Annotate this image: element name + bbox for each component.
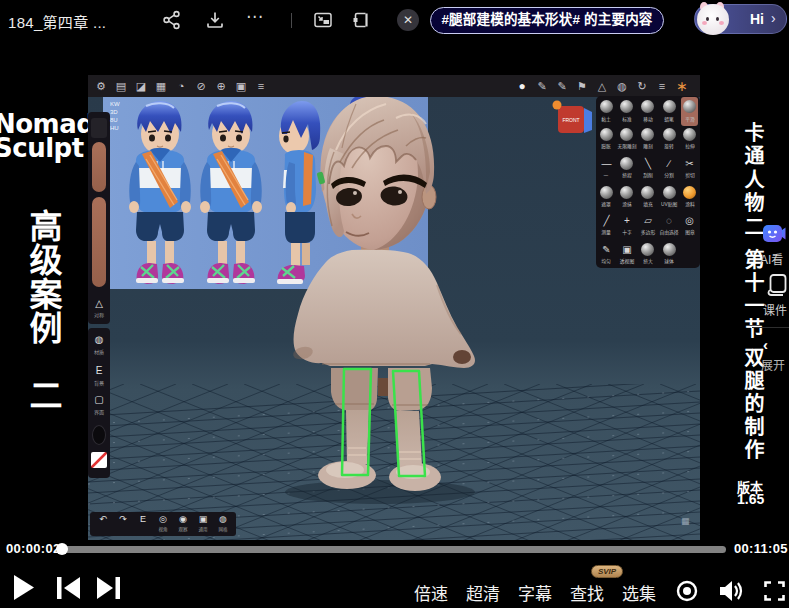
brush-cell-4-1[interactable]: +十字 <box>615 211 639 240</box>
brush-cell-5-1[interactable]: ▣透视图 <box>615 240 639 269</box>
redo-icon[interactable]: ↷ <box>114 514 132 525</box>
tool-sliders-icon[interactable]: ≡ <box>652 75 672 97</box>
prev-button[interactable] <box>57 577 80 599</box>
pip-icon[interactable] <box>313 10 333 30</box>
left-vertical-sub: 二 <box>19 378 67 411</box>
observe-icon[interactable]: ◉观察 <box>174 514 192 532</box>
player-menu-4[interactable]: 选集 <box>622 580 656 605</box>
brush-cell-0-0[interactable]: 黏土 <box>598 97 615 126</box>
right-divider <box>752 327 789 328</box>
tool-grid-icon[interactable]: ▦ <box>151 75 171 97</box>
intensity-slider[interactable] <box>92 197 106 287</box>
assistant-avatar[interactable] <box>695 1 731 37</box>
tool-project-icon[interactable]: ▤ <box>111 75 131 97</box>
version-value: 1.65 <box>737 491 764 507</box>
tool-ui-icon[interactable]: ≡ <box>251 75 271 97</box>
brush-cell-5-3[interactable]: 球体 <box>657 240 681 269</box>
background-icon[interactable]: E <box>88 365 110 376</box>
tool-pen2-icon[interactable]: ✎ <box>552 75 572 97</box>
general-icon[interactable]: ▣通用 <box>194 514 212 532</box>
brush-cell-0-1[interactable]: 标准 <box>615 97 639 126</box>
player-menu-2[interactable]: 字幕 <box>518 580 552 605</box>
download-icon[interactable] <box>205 10 225 30</box>
interface-icon[interactable]: ▢ <box>88 394 110 405</box>
brush-cell-0-3[interactable]: 蜡笔 <box>657 97 681 126</box>
player-menu-1[interactable]: 超清 <box>466 580 500 605</box>
brush-cell-1-2[interactable]: 雕刻 <box>639 126 657 155</box>
tool-globe-icon[interactable]: ◍ <box>612 75 632 97</box>
courseware-label[interactable]: 课件 <box>763 301 787 318</box>
brush-label: 均匀 <box>602 258 612 265</box>
more-menu-icon[interactable]: ⋯ <box>246 6 264 27</box>
tool-web-icon[interactable]: ⊕ <box>211 75 231 97</box>
video-viewport[interactable]: ⚙▤◪▦◔⊘⊕▣≡ ●✎✎⚑△◍↻≡∗ <box>88 75 700 540</box>
brush-cell-1-4[interactable]: 拉伸 <box>681 126 698 155</box>
mesh-icon[interactable]: ◍网格 <box>214 514 232 532</box>
brush-cell-1-1[interactable]: 无限雕刻 <box>615 126 639 155</box>
courseware-icon[interactable] <box>766 273 788 297</box>
symmetry-icon[interactable]: △ <box>88 298 110 309</box>
progress-track[interactable] <box>62 546 726 553</box>
progress-knob[interactable] <box>56 543 68 555</box>
brush-cell-3-3[interactable]: UV贴图 <box>657 183 681 212</box>
view-icon[interactable]: ◎视角 <box>154 514 172 532</box>
ai-watch-icon[interactable] <box>762 222 786 246</box>
material-icon[interactable]: ◍ <box>88 334 110 345</box>
next-button[interactable] <box>97 577 120 599</box>
viewport-corner-icon[interactable]: ▦ <box>681 516 690 526</box>
tool-image-icon[interactable]: ▣ <box>231 75 251 97</box>
brush-cell-0-4[interactable]: 平滑 <box>681 97 698 126</box>
tool-layers-icon[interactable]: ◪ <box>131 75 151 97</box>
brush-cell-4-3[interactable]: ◌自由选择 <box>657 211 681 240</box>
tool-sphere-icon[interactable]: ● <box>512 75 532 97</box>
expand-label[interactable]: 展开 <box>761 356 785 373</box>
color-ball[interactable] <box>92 425 106 445</box>
brush-cell-0-2[interactable]: 移动 <box>639 97 657 126</box>
tool-matcap-icon[interactable]: ⊘ <box>191 75 211 97</box>
svip-badge: SVIP <box>591 565 623 578</box>
brush-cell-2-4[interactable]: ✂剪切 <box>681 154 698 183</box>
fullscreen-icon[interactable] <box>764 581 785 601</box>
brush-cell-2-1[interactable]: 挤捏 <box>615 154 639 183</box>
brush-cell-4-4[interactable]: ◎图章 <box>681 211 698 240</box>
brush-icon <box>663 186 676 199</box>
brush-cell-3-2[interactable]: 填充 <box>639 183 657 212</box>
ai-watch-label[interactable]: AI看 <box>760 250 783 267</box>
player-menu-3[interactable]: 查找 <box>570 580 604 605</box>
brush-icon: ∕ <box>663 157 676 170</box>
brush-cell-5-2[interactable]: 挤大 <box>639 240 657 269</box>
brush-cell-5-0[interactable]: ✎均匀 <box>598 240 615 269</box>
brush-cell-1-3[interactable]: 旋转 <box>657 126 681 155</box>
share-icon[interactable] <box>162 10 182 30</box>
undo-icon[interactable]: ↶ <box>94 514 112 525</box>
tool-mirror-icon[interactable]: △ <box>592 75 612 97</box>
edit-icon[interactable]: E <box>134 514 152 525</box>
brush-cell-2-0[interactable]: —一 <box>598 154 615 183</box>
brush-cell-3-4[interactable]: 涂料 <box>681 183 698 212</box>
play-button[interactable] <box>13 574 35 601</box>
miniplayer-icon[interactable] <box>351 10 371 30</box>
brush-cell-1-0[interactable]: 膨胀 <box>598 126 615 155</box>
brush-cell-4-0[interactable]: ╱测量 <box>598 211 615 240</box>
color-swatch[interactable] <box>91 452 107 468</box>
tool-camera-icon[interactable]: ◔ <box>171 75 191 97</box>
expand-chevron-icon[interactable]: ‹ <box>763 336 768 353</box>
topic-badge[interactable]: #腿部建模的基本形状# 的主要内容 <box>430 7 664 34</box>
tool-pen-icon[interactable]: ✎ <box>532 75 552 97</box>
tool-magic-icon[interactable]: ∗ <box>672 75 692 97</box>
radius-slider[interactable] <box>92 142 106 192</box>
brush-cell-3-1[interactable]: 涂抹 <box>615 183 639 212</box>
tool-rotate-icon[interactable]: ↻ <box>632 75 652 97</box>
brush-cell-2-2[interactable]: ╲刮削 <box>639 154 657 183</box>
player-menu-0[interactable]: 倍速 <box>414 580 448 605</box>
strip-button[interactable] <box>91 118 107 138</box>
brush-cell-2-3[interactable]: ∕分割 <box>657 154 681 183</box>
time-current: 00:00:02 <box>6 541 60 556</box>
record-icon[interactable] <box>676 580 698 602</box>
brush-cell-3-0[interactable]: 遮罩 <box>598 183 615 212</box>
tool-wrench-icon[interactable]: ⚙ <box>91 75 111 97</box>
brush-cell-4-2[interactable]: ▱多边形 <box>639 211 657 240</box>
volume-icon[interactable] <box>719 579 744 603</box>
tool-flag-icon[interactable]: ⚑ <box>572 75 592 97</box>
close-banner-button[interactable]: ✕ <box>397 9 419 31</box>
